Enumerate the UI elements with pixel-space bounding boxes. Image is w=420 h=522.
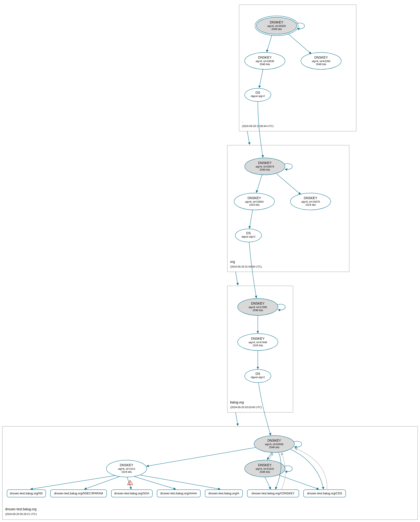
node-balug-ds: DS digest alg=2 [245, 369, 271, 383]
zone-label-dnssec: dnssec-test.balug.org [5, 507, 37, 511]
svg-text:DNSKEY: DNSKEY [251, 301, 264, 305]
svg-text:DNSKEY: DNSKEY [267, 439, 281, 442]
zone-ts-balug: (2024-09-29 03:03:45 UTC) [230, 406, 262, 409]
node-dnssec-zsk: DNSKEY alg=8, id=1413 1024 bits [106, 460, 147, 477]
svg-text:dnssec-test.balug.org/CDS: dnssec-test.balug.org/CDS [307, 492, 342, 495]
edge-dnssec-ksk-zsk [147, 447, 256, 466]
zone-label-balug: balug.org [230, 400, 244, 404]
svg-text:alg=8, id=23064: alg=8, id=23064 [245, 200, 264, 203]
edge-zsk-ns [31, 476, 115, 489]
edge-root-ksk-zsk2 [288, 34, 311, 54]
svg-text:1024 bits: 1024 bits [253, 344, 263, 347]
svg-text:digest alg=2: digest alg=2 [251, 376, 265, 379]
edge-root-ksk-zsk1 [267, 35, 272, 52]
svg-text:2048 bits: 2048 bits [316, 63, 327, 66]
rr-aaaa: dnssec-test.balug.org/AAAA [157, 490, 200, 497]
edge-root-to-org-deleg [247, 131, 250, 145]
edge-org-ksk-zsk1 [257, 175, 262, 192]
svg-text:DS: DS [256, 372, 260, 376]
edge-zsk-nsec3 [84, 476, 119, 489]
edge-balug-ds-to-dnssec-ksk [258, 383, 271, 435]
node-dnssec-ksk2: DNSKEY alg=8, id=31631 2048 bits [245, 460, 285, 477]
svg-text:2048 bits: 2048 bits [269, 446, 280, 449]
edge-balug-to-dnssec-deleg [235, 412, 238, 426]
svg-text:alg=8, id=31631: alg=8, id=31631 [256, 468, 274, 470]
edge-org-ksk-zsk2 [277, 174, 301, 194]
node-root-zsk1: DNSKEY alg=8, id=20038 2048 bits [245, 53, 285, 69]
rr-nsec3param: dnssec-test.balug.org/NSEC3PARAM [50, 490, 107, 497]
svg-text:dnssec-test.balug.org/SOA: dnssec-test.balug.org/SOA [114, 492, 149, 495]
svg-point-69 [130, 484, 131, 484]
svg-text:alg=8, id=1413: alg=8, id=1413 [118, 468, 135, 470]
edge-balug-ksk-self [278, 304, 285, 310]
svg-text:alg=8, id=20326: alg=8, id=20326 [267, 25, 286, 27]
edge-org-ds-to-balug-ksk [249, 242, 257, 298]
svg-text:alg=8, id=47448: alg=8, id=47448 [249, 341, 267, 344]
svg-text:alg=8, id=20038: alg=8, id=20038 [256, 60, 274, 62]
svg-text:dnssec-test.balug.org/NS: dnssec-test.balug.org/NS [10, 492, 43, 495]
rr-ns: dnssec-test.balug.org/NS [7, 490, 46, 497]
svg-text:alg=8, id=61050: alg=8, id=61050 [312, 60, 330, 62]
svg-text:dnssec-test.balug.org/A: dnssec-test.balug.org/A [208, 492, 239, 495]
svg-text:alg=8, id=15678: alg=8, id=15678 [301, 200, 320, 203]
svg-text:DNSKEY: DNSKEY [304, 196, 317, 200]
svg-text:2048 bits: 2048 bits [260, 470, 270, 473]
zone-ts-root: (2024-09-28 23:00:44 UTC) [242, 125, 273, 127]
edge-dnssec-ksk-self [294, 441, 302, 447]
node-org-ksk: DNSKEY alg=8, id=26974 2048 bits [245, 158, 285, 175]
node-balug-ksk: DNSKEY alg=8, id=17095 2048 bits [238, 299, 278, 315]
svg-text:alg=8, id=17095: alg=8, id=17095 [249, 306, 267, 308]
svg-text:DNSKEY: DNSKEY [270, 20, 283, 24]
svg-text:dnssec-test.balug.org/AAAA: dnssec-test.balug.org/AAAA [160, 492, 197, 495]
svg-text:1024 bits: 1024 bits [249, 203, 260, 206]
rr-a: dnssec-test.balug.org/A [205, 490, 243, 497]
svg-text:2048 bits: 2048 bits [260, 63, 270, 66]
zone-label-root: . [242, 119, 243, 123]
edge-dnssec-ksk2-self [285, 466, 292, 472]
node-org-zsk1: DNSKEY alg=8, id=23064 1024 bits [234, 193, 274, 210]
node-org-zsk2: DNSKEY alg=8, id=15678 1024 bits [290, 193, 331, 210]
node-dnssec-ksk: DNSKEY alg=8, id=55585 2048 bits [254, 436, 294, 453]
svg-text:digest alg=2: digest alg=2 [241, 235, 256, 238]
zone-label-org: org [230, 260, 235, 264]
zone-ts-dnssec: (2024-09-29 05:28:21 UTC) [5, 513, 37, 515]
edge-ksk2-cdnskey [265, 477, 271, 489]
node-root-ksk: DNSKEY alg=8, id=20326 2048 bits [255, 16, 298, 36]
svg-text:2048 bits: 2048 bits [253, 309, 263, 312]
svg-text:DNSKEY: DNSKEY [120, 463, 133, 467]
svg-text:2048 bits: 2048 bits [260, 168, 270, 171]
edge-zsk-aaaa [134, 476, 176, 489]
svg-text:DNSKEY: DNSKEY [248, 196, 261, 200]
svg-text:DNSKEY: DNSKEY [251, 337, 264, 340]
node-balug-zsk: DNSKEY alg=8, id=47448 1024 bits [238, 334, 278, 351]
edge-org-zsk1-ds [249, 210, 253, 228]
svg-text:DNSKEY: DNSKEY [314, 55, 328, 59]
svg-text:digest alg=2: digest alg=2 [251, 95, 265, 98]
edge-root-ds-to-org-ksk [258, 101, 263, 157]
node-root-zsk2: DNSKEY alg=8, id=61050 2048 bits [301, 53, 341, 69]
svg-text:dnssec-test.balug.org/NSEC3PAR: dnssec-test.balug.org/NSEC3PARAM [54, 492, 103, 495]
svg-text:alg=8, id=26974: alg=8, id=26974 [256, 165, 274, 168]
node-root-ds: DS digest alg=2 [245, 88, 271, 101]
dnssec-diagram: . (2024-09-28 23:00:44 UTC) org (2024-09… [0, 0, 420, 522]
svg-text:DS: DS [256, 91, 260, 94]
edge-root-zsk1-ds [259, 69, 263, 88]
svg-text:DNSKEY: DNSKEY [258, 55, 272, 59]
svg-text:alg=8, id=55585: alg=8, id=55585 [265, 443, 284, 446]
zone-box-dnssec [2, 426, 418, 520]
edge-org-ksk-self [285, 163, 292, 169]
zone-ts-org: (2024-09-29 01:59:08 UTC) [230, 265, 262, 268]
svg-text:2048 bits: 2048 bits [272, 28, 282, 31]
rr-soa: dnssec-test.balug.org/SOA [111, 490, 152, 497]
edge-zsk-soa [127, 477, 131, 489]
svg-text:DS: DS [246, 231, 250, 235]
edge-ksk-cds [291, 449, 323, 489]
svg-text:DNSKEY: DNSKEY [258, 161, 272, 165]
rr-cds: dnssec-test.balug.org/CDS [303, 490, 346, 497]
edge-org-to-balug-deleg [235, 272, 238, 285]
svg-text:dnssec-test.balug.org/CDNSKEY: dnssec-test.balug.org/CDNSKEY [251, 492, 295, 495]
svg-text:DNSKEY: DNSKEY [258, 463, 272, 467]
rr-cdnskey: dnssec-test.balug.org/CDNSKEY [247, 490, 299, 497]
node-org-ds: DS digest alg=2 [235, 229, 262, 242]
svg-text:1024 bits: 1024 bits [305, 203, 316, 206]
